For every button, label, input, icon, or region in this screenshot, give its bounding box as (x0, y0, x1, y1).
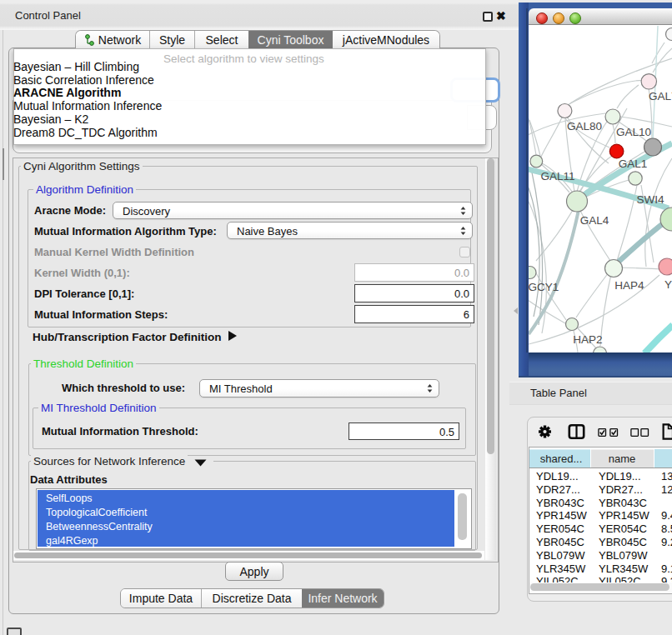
svg-text:GCY1: GCY1 (529, 281, 559, 293)
svg-text:GAL10: GAL10 (616, 126, 651, 138)
svg-text:GAL1: GAL1 (619, 158, 648, 170)
svg-text:SWI4: SWI4 (636, 193, 664, 206)
svg-text:GAL80: GAL80 (567, 120, 602, 132)
svg-text:GAL4: GAL4 (580, 214, 609, 227)
svg-text:YD: YD (664, 278, 672, 291)
svg-text:HAP2: HAP2 (573, 333, 602, 346)
svg-text:HAP4: HAP4 (614, 279, 644, 292)
svg-text:GAL7: GAL7 (649, 90, 672, 102)
svg-text:GAL11: GAL11 (540, 170, 574, 182)
